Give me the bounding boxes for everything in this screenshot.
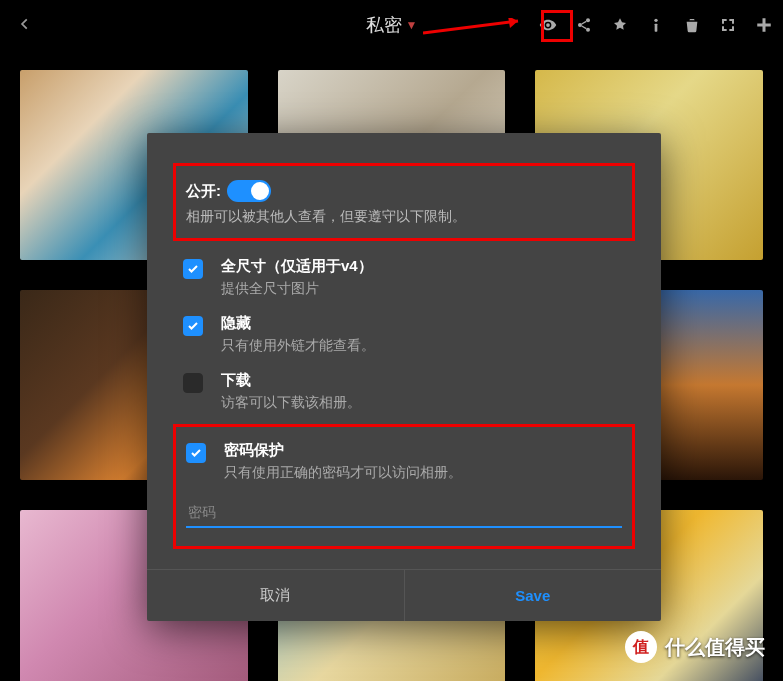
option-desc: 只有使用正确的密码才可以访问相册。: [224, 464, 462, 482]
svg-rect-4: [655, 24, 658, 32]
topbar: 私密 ▼: [0, 0, 783, 50]
option-hidden[interactable]: 隐藏 只有使用外链才能查看。: [173, 306, 635, 363]
option-title: 密码保护: [224, 441, 462, 460]
caret-down-icon: ▼: [406, 18, 418, 32]
public-toggle[interactable]: [227, 180, 271, 202]
option-download[interactable]: 下载 访客可以下载该相册。: [173, 363, 635, 420]
option-password[interactable]: 密码保护 只有使用正确的密码才可以访问相册。: [186, 433, 622, 490]
svg-marker-6: [508, 18, 518, 28]
add-icon[interactable]: [755, 16, 773, 34]
public-label: 公开:: [186, 182, 221, 201]
annotation-arrow: [423, 18, 533, 38]
svg-point-1: [578, 23, 582, 27]
svg-line-5: [423, 21, 518, 33]
public-desc: 相册可以被其他人查看，但要遵守以下限制。: [186, 208, 622, 226]
info-icon[interactable]: [647, 16, 665, 34]
checkbox-fullsize[interactable]: [183, 259, 203, 279]
save-button[interactable]: Save: [405, 570, 662, 621]
password-input[interactable]: [186, 498, 622, 528]
watermark: 值 什么值得买: [625, 631, 765, 663]
toolbar-actions: [539, 16, 773, 34]
checkbox-hidden[interactable]: [183, 316, 203, 336]
option-title: 全尺寸（仅适用于v4）: [221, 257, 373, 276]
checkbox-download[interactable]: [183, 373, 203, 393]
visibility-dialog: 公开: 相册可以被其他人查看，但要遵守以下限制。 全尺寸（仅适用于v4） 提供全…: [147, 133, 661, 621]
pin-icon[interactable]: [611, 16, 629, 34]
public-section: 公开: 相册可以被其他人查看，但要遵守以下限制。: [173, 163, 635, 241]
share-icon[interactable]: [575, 16, 593, 34]
trash-icon[interactable]: [683, 16, 701, 34]
page-title[interactable]: 私密 ▼: [366, 13, 418, 37]
svg-point-0: [586, 18, 590, 22]
cancel-button[interactable]: 取消: [147, 570, 405, 621]
svg-point-3: [654, 19, 657, 22]
option-fullsize[interactable]: 全尺寸（仅适用于v4） 提供全尺寸图片: [173, 249, 635, 306]
option-desc: 提供全尺寸图片: [221, 280, 373, 298]
title-text: 私密: [366, 13, 402, 37]
watermark-logo: 值: [625, 631, 657, 663]
annotation-highlight-eye: [541, 10, 573, 42]
watermark-text: 什么值得买: [665, 634, 765, 661]
checkbox-password[interactable]: [186, 443, 206, 463]
svg-point-2: [586, 28, 590, 32]
option-desc: 访客可以下载该相册。: [221, 394, 361, 412]
option-title: 下载: [221, 371, 361, 390]
back-icon[interactable]: [10, 15, 40, 36]
option-title: 隐藏: [221, 314, 375, 333]
fullscreen-icon[interactable]: [719, 16, 737, 34]
password-section: 密码保护 只有使用正确的密码才可以访问相册。: [173, 424, 635, 549]
option-desc: 只有使用外链才能查看。: [221, 337, 375, 355]
